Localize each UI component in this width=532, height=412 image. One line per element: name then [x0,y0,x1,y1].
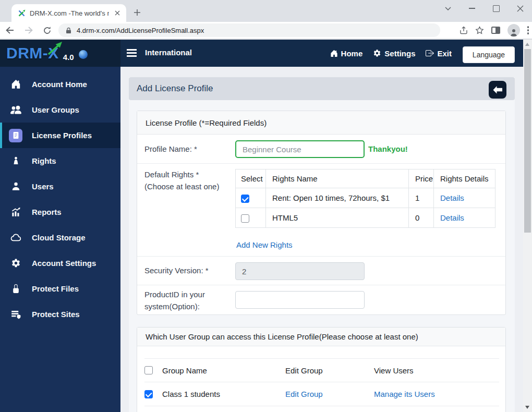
forward-arrow-icon [24,26,33,34]
back-button[interactable] [489,81,506,99]
home-icon [330,50,338,57]
license-profile-card: License Profile (*=Required Fields) Prof… [137,111,506,315]
rights-table-row: Rent: Open 10 times, 72hours, $1 1 Detai… [236,188,495,208]
profile-name-row: Profile Name: * Thankyou! [137,135,505,164]
rights-details-link[interactable]: Details [440,213,464,222]
sidebar-item-protect-files[interactable]: Protect Files [0,276,120,301]
scroll-up-arrow[interactable] [525,43,529,46]
maximize-button[interactable] [484,0,508,17]
sidebar-item-license-profiles[interactable]: License Profiles [0,123,120,148]
tab-title: DRM-X.com -The world's most [30,9,109,17]
license-card-header: License Profile (*=Required Fields) [137,111,505,135]
plus-icon [134,9,141,16]
sidebar-item-reports[interactable]: Reports [0,199,120,225]
product-id-row: ProductID in your system(Option): [137,285,505,317]
tab-close-button[interactable] [113,8,122,18]
profile-name-input[interactable] [235,140,365,158]
sidebar-item-rights[interactable]: Rights [0,148,120,174]
rights-table-header-row: Select Rights Name Price Rights Details [236,169,495,188]
browser-tab-strip: DRM-X.com -The world's most [0,0,532,22]
close-icon [115,10,120,16]
cloud-icon [9,231,22,245]
group-table: Group Name Edit Group View Users Class 1… [144,358,499,406]
star-icon [475,26,484,35]
profile-name-message: Thankyou! [368,144,408,153]
minimize-button[interactable] [460,0,484,17]
default-rights-row: Default Rights * (Choose at least one) S… [137,164,505,257]
window-close-button[interactable] [508,0,532,17]
window-chevron-button[interactable] [436,0,460,17]
security-version-label: Security Version: * [144,266,209,275]
rights-table-row: HTML5 0 Details [236,208,495,228]
nav-settings[interactable]: Settings [373,49,415,58]
nav-home[interactable]: Home [330,49,363,58]
product-id-label: ProductID in your [144,290,205,299]
drmx-favicon-icon [18,9,26,17]
rights-icon [9,154,22,168]
browser-tab[interactable]: DRM-X.com -The world's most [11,4,126,22]
logo-arrow-icon [46,41,63,56]
user-icon [9,180,22,193]
default-rights-sublabel: (Choose at least one) [144,182,219,191]
page-titlebar: Add License Profile [129,77,515,100]
main-content: Add License Profile License Profile (*=R… [120,67,523,412]
browser-menu-button[interactable] [527,26,529,34]
browser-reload-button[interactable] [43,26,52,35]
nav-exit[interactable]: Exit [426,49,452,58]
group-table-row: Class 1 students Edit Group Manage its U… [144,382,499,406]
language-button[interactable]: Language [463,46,515,63]
user-group-card: Which User Group can access this License… [137,327,506,412]
share-icon [460,26,468,34]
page-title: Add License Profile [137,83,213,94]
reports-icon [9,205,22,219]
browser-toolbar: 4.drm-x.com/AddLicenseProfileSmall.aspx [0,22,532,40]
address-bar[interactable]: 4.drm-x.com/AddLicenseProfileSmall.aspx [58,23,440,37]
edit-group-link[interactable]: Edit Group [285,390,323,398]
browser-forward-button[interactable] [24,26,33,34]
screen: DRM-X.com -The world's most [0,0,532,412]
rights-checkbox[interactable] [241,214,249,223]
close-icon [517,5,524,12]
bookmark-star-button[interactable] [475,26,484,35]
sidebar-item-cloud-storage[interactable]: Cloud Storage [0,225,120,250]
header-nav: Home Settings Exit [330,40,452,67]
scrollbar-thumb[interactable] [524,49,531,233]
add-new-rights-link[interactable]: Add New Rights [236,240,293,249]
side-panel-button[interactable] [491,27,500,34]
vertical-scrollbar [523,40,532,412]
group-select-all-checkbox[interactable] [144,366,153,374]
group-table-header-row: Group Name Edit Group View Users [144,358,499,382]
lock-icon [66,27,71,34]
minimize-icon [469,8,475,9]
profile-name-label: Profile Name: * [144,144,197,153]
group-card-header: Which User Group can access this License… [137,328,505,346]
logo-block: DRM-X 4.0 [0,40,120,67]
top-menu-international[interactable]: International [145,48,192,57]
scroll-down-arrow[interactable] [525,406,529,409]
window-controls [436,0,532,22]
sidebar-item-users[interactable]: Users [0,174,120,199]
rights-checkbox[interactable] [241,195,249,203]
security-version-input [235,262,365,280]
gear-icon [373,49,381,57]
protect-sites-icon [9,308,22,321]
new-tab-button[interactable] [131,7,143,18]
group-checkbox[interactable] [144,390,153,398]
product-id-sublabel: system(Option): [144,302,200,311]
manage-users-link[interactable]: Manage its Users [374,390,435,398]
menu-toggle-button[interactable] [127,49,137,57]
license-profile-icon [9,129,22,142]
product-id-input[interactable] [235,291,365,309]
reload-icon [43,26,52,35]
chevron-down-icon [445,7,451,10]
share-button[interactable] [460,26,468,34]
browser-back-button[interactable] [5,26,15,34]
sidebar-item-account-home[interactable]: Account Home [0,71,120,97]
exit-icon [426,49,434,57]
rights-table: Select Rights Name Price Rights Details … [235,169,495,228]
rights-details-link[interactable]: Details [440,193,464,202]
profile-avatar[interactable] [507,24,520,37]
sidebar-item-account-settings[interactable]: Account Settings [0,250,120,276]
sidebar-item-protect-sites[interactable]: Protect Sites [0,301,120,327]
sidebar-item-user-groups[interactable]: User Groups [0,97,120,123]
